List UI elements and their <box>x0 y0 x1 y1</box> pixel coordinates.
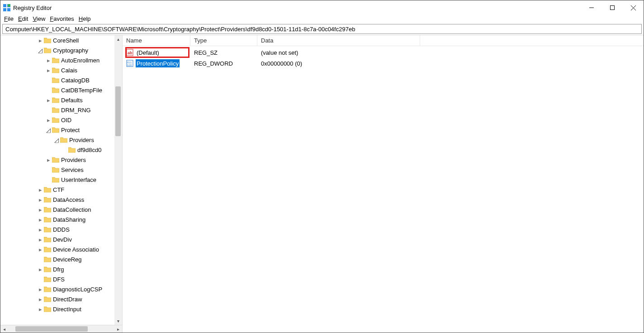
tree-item-directinput[interactable]: ▸DirectInput <box>0 304 114 314</box>
svg-text:ab: ab <box>128 51 133 55</box>
minimize-button[interactable] <box>581 0 602 15</box>
scroll-up-icon[interactable]: ▴ <box>114 35 122 43</box>
tree-item-ddds[interactable]: ▸DDDS <box>0 224 114 234</box>
tree-item-devdiv[interactable]: ▸DevDiv <box>0 234 114 244</box>
folder-icon <box>52 97 59 103</box>
tree-item-catalogdb[interactable]: CatalogDB <box>0 75 114 85</box>
chevron-right-icon[interactable]: ▸ <box>37 196 44 203</box>
dword-value-icon: 011110 <box>126 60 133 67</box>
chevron-right-icon[interactable]: ▸ <box>37 206 44 213</box>
tree-item-label: DataAccess <box>53 196 84 203</box>
tree-view[interactable]: ▸CoreShell◿Cryptography▸AutoEnrollmen▸Ca… <box>0 35 122 325</box>
chevron-right-icon[interactable]: ▸ <box>37 296 44 303</box>
column-type[interactable]: Type <box>190 35 257 46</box>
window-title: Registry Editor <box>13 5 52 11</box>
value-row[interactable]: 011110ProtectionPolicyREG_DWORD0x0000000… <box>123 58 644 69</box>
tree-vertical-scrollbar[interactable]: ▴ ▾ <box>114 35 122 325</box>
menu-help[interactable]: Help <box>79 15 91 22</box>
chevron-right-icon[interactable]: ▸ <box>45 67 52 74</box>
tree-item-providers_inner[interactable]: ◿Providers <box>0 135 114 145</box>
tree-horizontal-scrollbar[interactable]: ◂ ▸ <box>0 325 122 333</box>
tree-item-userinterface[interactable]: UserInterface <box>0 175 114 185</box>
window-controls <box>581 0 644 15</box>
chevron-down-icon[interactable]: ◿ <box>37 47 44 54</box>
chevron-down-icon[interactable]: ◿ <box>53 137 60 143</box>
scroll-track[interactable] <box>8 325 114 333</box>
tree-item-services[interactable]: Services <box>0 165 114 175</box>
menu-file[interactable]: File <box>4 15 14 22</box>
folder-icon <box>44 276 51 282</box>
chevron-right-icon[interactable]: ▸ <box>37 186 44 193</box>
chevron-right-icon[interactable]: ▸ <box>37 266 44 273</box>
chevron-right-icon[interactable]: ▸ <box>37 37 44 44</box>
tree-item-label: DataCollection <box>53 206 91 213</box>
tree-item-devicereg[interactable]: DeviceReg <box>0 254 114 264</box>
tree-item-oid[interactable]: ▸OID <box>0 115 114 125</box>
tree-item-label: DRM_RNG <box>61 107 91 114</box>
scroll-right-icon[interactable]: ▸ <box>114 325 122 333</box>
tree-item-catdbtemp[interactable]: CatDBTempFile <box>0 85 114 95</box>
value-type: REG_SZ <box>190 47 257 58</box>
tree-item-label: Protect <box>61 127 80 133</box>
tree-item-label: Defaults <box>61 97 83 104</box>
scroll-thumb[interactable] <box>115 86 121 136</box>
folder-icon <box>52 176 59 183</box>
folder-icon <box>44 216 51 223</box>
tree-item-datasharing[interactable]: ▸DataSharing <box>0 214 114 224</box>
tree-item-dataaccess[interactable]: ▸DataAccess <box>0 195 114 205</box>
tree-item-calais[interactable]: ▸Calais <box>0 65 114 75</box>
scroll-track[interactable] <box>114 43 122 317</box>
chevron-right-icon[interactable]: ▸ <box>37 216 44 223</box>
maximize-button[interactable] <box>602 0 623 15</box>
folder-icon <box>44 266 51 272</box>
folder-icon <box>44 47 51 53</box>
chevron-right-icon[interactable]: ▸ <box>45 97 52 104</box>
chevron-right-icon[interactable]: ▸ <box>45 117 52 124</box>
tree-item-label: CoreShell <box>53 37 79 44</box>
chevron-down-icon[interactable]: ◿ <box>45 127 52 133</box>
values-panel: Name Type Data ab(Default)REG_SZ(value n… <box>123 35 644 333</box>
content-area: ▸CoreShell◿Cryptography▸AutoEnrollmen▸Ca… <box>0 35 644 333</box>
tree-item-ctf[interactable]: ▸CTF <box>0 185 114 195</box>
tree-item-label: DFS <box>53 276 65 283</box>
chevron-right-icon[interactable]: ▸ <box>37 246 44 253</box>
chevron-right-icon[interactable]: ▸ <box>45 57 52 64</box>
tree-item-autoenroll[interactable]: ▸AutoEnrollmen <box>0 55 114 65</box>
chevron-right-icon[interactable]: ▸ <box>45 157 52 163</box>
tree-item-cryptography[interactable]: ◿Cryptography <box>0 45 114 55</box>
tree-item-guid[interactable]: df9d8cd0 <box>0 145 114 155</box>
value-row[interactable]: ab(Default)REG_SZ(value not set) <box>123 47 644 58</box>
close-button[interactable] <box>623 0 644 15</box>
tree-item-defaults[interactable]: ▸Defaults <box>0 95 114 105</box>
tree-item-directdraw[interactable]: ▸DirectDraw <box>0 294 114 304</box>
tree-item-providers[interactable]: ▸Providers <box>0 155 114 165</box>
menu-favorites[interactable]: Favorites <box>50 15 74 22</box>
value-type: REG_DWORD <box>190 58 257 69</box>
chevron-right-icon[interactable]: ▸ <box>37 286 44 293</box>
tree-item-dfrg[interactable]: ▸Dfrg <box>0 264 114 274</box>
tree-item-coreshell[interactable]: ▸CoreShell <box>0 35 114 45</box>
tree-item-datacollection[interactable]: ▸DataCollection <box>0 205 114 214</box>
column-name[interactable]: Name <box>123 35 190 46</box>
folder-icon <box>52 166 59 173</box>
tree-item-deviceassoc[interactable]: ▸Device Associatio <box>0 244 114 254</box>
menu-view[interactable]: View <box>33 15 45 22</box>
scroll-down-icon[interactable]: ▾ <box>114 317 122 325</box>
values-list[interactable]: ab(Default)REG_SZ(value not set)011110Pr… <box>123 46 644 333</box>
tree-item-label: CatDBTempFile <box>61 87 102 94</box>
tree-item-dfs[interactable]: DFS <box>0 274 114 284</box>
chevron-right-icon[interactable]: ▸ <box>37 306 44 313</box>
chevron-right-icon[interactable]: ▸ <box>37 236 44 243</box>
scroll-left-icon[interactable]: ◂ <box>0 325 8 333</box>
tree-item-drmrng[interactable]: DRM_RNG <box>0 105 114 115</box>
tree-item-label: OID <box>61 117 71 124</box>
svg-rect-3 <box>7 8 10 11</box>
column-data[interactable]: Data <box>257 35 420 46</box>
chevron-right-icon[interactable]: ▸ <box>37 226 44 233</box>
tree-item-protect[interactable]: ◿Protect <box>0 125 114 135</box>
address-bar[interactable]: Computer\HKEY_LOCAL_MACHINE\SOFTWARE\Mic… <box>2 24 642 34</box>
scroll-thumb[interactable] <box>15 326 88 332</box>
tree-item-diaglog[interactable]: ▸DiagnosticLogCSP <box>0 284 114 294</box>
folder-icon <box>60 137 67 143</box>
menu-edit[interactable]: Edit <box>18 15 28 22</box>
